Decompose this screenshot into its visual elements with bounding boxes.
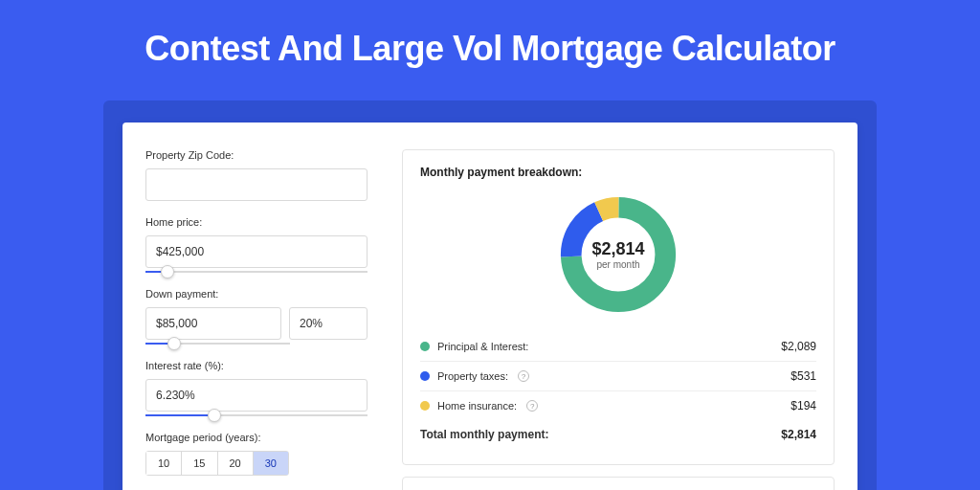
donut-wrap: $2,814 per month <box>420 192 816 317</box>
legend-label: Property taxes: <box>437 370 508 382</box>
legend-row: Principal & Interest:$2,089 <box>420 332 816 362</box>
donut-amount: $2,814 <box>591 239 644 259</box>
total-value: $2,814 <box>781 428 816 441</box>
legend-dot <box>420 371 430 381</box>
legend-value: $2,089 <box>781 340 816 353</box>
legend-dot <box>420 342 430 351</box>
interest-slider[interactable] <box>145 414 368 416</box>
period-label: Mortgage period (years): <box>145 432 368 443</box>
down-payment-input[interactable] <box>145 307 281 340</box>
interest-input[interactable] <box>145 379 368 412</box>
legend-value: $531 <box>791 369 816 383</box>
legend-value: $194 <box>791 399 816 412</box>
period-option-15[interactable]: 15 <box>182 452 217 475</box>
down-payment-slider[interactable] <box>145 343 290 345</box>
total-row: Total monthly payment: $2,814 <box>420 420 816 449</box>
zip-input[interactable] <box>145 168 368 201</box>
info-icon[interactable]: ? <box>526 400 538 412</box>
down-payment-label: Down payment: <box>145 288 368 300</box>
down-payment-group: Down payment: <box>145 288 368 345</box>
total-label: Total monthly payment: <box>420 428 548 441</box>
interest-group: Interest rate (%): <box>145 360 368 416</box>
legend-label: Principal & Interest: <box>437 341 528 352</box>
donut-chart: $2,814 per month <box>556 192 680 317</box>
form-column: Property Zip Code: Home price: Down paym… <box>122 122 390 490</box>
donut-center: $2,814 per month <box>556 192 680 317</box>
legend-label: Home insurance: <box>437 400 517 412</box>
legend-row: Property taxes:?$531 <box>420 362 816 391</box>
interest-label: Interest rate (%): <box>145 360 368 371</box>
legend-row: Home insurance:?$194 <box>420 391 816 420</box>
home-price-slider-thumb[interactable] <box>161 265 174 278</box>
home-price-group: Home price: <box>145 216 368 273</box>
home-price-input[interactable] <box>145 235 368 268</box>
zip-field-group: Property Zip Code: <box>145 149 368 201</box>
donut-sub: per month <box>596 259 639 270</box>
home-price-slider[interactable] <box>145 271 368 273</box>
zip-label: Property Zip Code: <box>145 149 368 161</box>
period-button-group: 10152030 <box>145 451 289 476</box>
legend-dot <box>420 401 430 411</box>
info-icon[interactable]: ? <box>518 370 529 382</box>
breakdown-panel: Monthly payment breakdown: $2,814 per mo… <box>402 149 835 465</box>
interest-slider-fill <box>145 414 214 416</box>
period-option-20[interactable]: 20 <box>218 452 254 475</box>
home-price-label: Home price: <box>145 216 368 228</box>
down-payment-pct-input[interactable] <box>289 307 368 340</box>
interest-slider-thumb[interactable] <box>208 409 221 422</box>
period-option-30[interactable]: 30 <box>254 452 288 475</box>
down-payment-slider-thumb[interactable] <box>167 337 181 350</box>
amortization-panel: Amortization for mortgage loan Amortizat… <box>402 477 835 490</box>
calculator-card: Property Zip Code: Home price: Down paym… <box>122 122 858 490</box>
period-group-wrap: Mortgage period (years): 10152030 <box>145 432 368 476</box>
breakdown-title: Monthly payment breakdown: <box>420 166 816 179</box>
period-option-10[interactable]: 10 <box>146 452 182 475</box>
page-title: Contest And Large Vol Mortgage Calculato… <box>0 0 980 88</box>
results-column: Monthly payment breakdown: $2,814 per mo… <box>390 122 858 490</box>
